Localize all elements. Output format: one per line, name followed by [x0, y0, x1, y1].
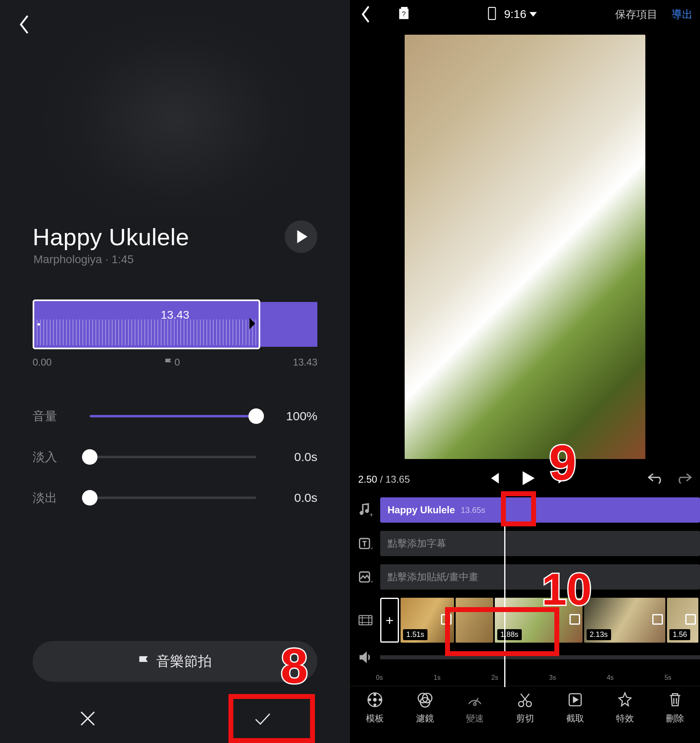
- add-subtitle-hint[interactable]: 點擊添加字幕: [380, 531, 700, 556]
- aspect-ratio-selector[interactable]: 9:16: [504, 8, 537, 21]
- tool-speed[interactable]: 變速: [450, 691, 500, 743]
- video-preview[interactable]: [350, 29, 700, 465]
- clip-thumb[interactable]: 2.13s: [584, 598, 666, 643]
- svg-point-9: [374, 699, 376, 701]
- video-editor-panel: ? 9:16 保存項目 導出 2.50 / 13.65: [350, 0, 700, 743]
- volume-slider[interactable]: 音量 100%: [33, 396, 317, 437]
- play-button[interactable]: [523, 471, 535, 488]
- export-button[interactable]: 導出: [671, 7, 693, 22]
- music-beat-button[interactable]: 音樂節拍: [33, 641, 317, 682]
- speaker-icon: [355, 651, 376, 664]
- fadein-slider[interactable]: 淡入 0.0s: [33, 437, 317, 477]
- svg-text:+: +: [370, 578, 372, 584]
- svg-point-12: [374, 704, 376, 706]
- clip-thumb[interactable]: 1.51s: [401, 598, 454, 643]
- clip-thumb[interactable]: 1.88s: [495, 598, 583, 643]
- confirm-button[interactable]: [175, 694, 350, 743]
- svg-text:+: +: [370, 511, 372, 517]
- tool-capture[interactable]: 截取: [550, 691, 600, 743]
- svg-text:+: +: [370, 544, 372, 550]
- svg-point-13: [369, 699, 371, 701]
- music-edit-panel: Happy Ukulele Marphologiya · 1:45 13.43 …: [0, 0, 350, 743]
- tool-filter[interactable]: 濾鏡: [400, 691, 450, 743]
- add-clip-button[interactable]: +: [380, 598, 399, 643]
- tool-template[interactable]: 模板: [350, 691, 400, 743]
- music-track[interactable]: + Happy Ukulele 13.65s: [350, 495, 700, 525]
- back-button[interactable]: [357, 6, 374, 22]
- clip-icon: [355, 613, 376, 627]
- bottom-toolbar: 模板 濾鏡 變速 剪切 截取 特效 刪除: [350, 686, 700, 743]
- skip-start-button[interactable]: [489, 473, 499, 486]
- music-icon: +: [355, 499, 376, 521]
- expand-icon[interactable]: [685, 614, 696, 625]
- sticker-icon: +: [355, 566, 376, 588]
- svg-rect-1: [488, 7, 495, 20]
- clip-track[interactable]: + 1.51s 1.88s 2.13s 1.56: [350, 596, 700, 645]
- add-sticker-hint[interactable]: 點擊添加貼紙/畫中畫: [380, 564, 700, 590]
- playhead[interactable]: [504, 494, 505, 687]
- editor-header: ? 9:16 保存項目 導出: [350, 0, 700, 29]
- wave-flag-count: 0: [165, 357, 180, 368]
- sticker-track[interactable]: + 點擊添加貼紙/畫中畫: [350, 562, 700, 592]
- clip-thumb[interactable]: [456, 598, 493, 643]
- wave-start-label: 0.00: [33, 357, 52, 368]
- back-button[interactable]: [12, 12, 37, 37]
- tool-effect[interactable]: 特效: [600, 691, 650, 743]
- fadeout-slider[interactable]: 淡出 0.0s: [33, 477, 317, 518]
- expand-icon[interactable]: [441, 614, 452, 625]
- timeline-tracks: + Happy Ukulele 13.65s + 點擊添加字幕 + 點擊添加貼紙…: [350, 494, 700, 687]
- cancel-button[interactable]: [0, 694, 175, 743]
- clip-thumb[interactable]: 1.56: [667, 598, 698, 643]
- time-display: 2.50 / 13.65: [358, 474, 410, 485]
- wave-end-label: 13.43: [293, 357, 317, 368]
- expand-icon[interactable]: [569, 614, 580, 625]
- selection-duration: 13.43: [161, 308, 189, 322]
- skip-end-button[interactable]: [558, 473, 568, 486]
- music-track-duration: 13.65s: [461, 506, 485, 515]
- preview-frame: [405, 35, 645, 459]
- album-art-area: [0, 0, 350, 216]
- waveform-trimmer[interactable]: 13.43 0.00 0 13.43: [33, 302, 317, 368]
- undo-button[interactable]: [648, 472, 664, 487]
- expand-icon[interactable]: [652, 614, 663, 625]
- playbar: 2.50 / 13.65: [350, 465, 700, 494]
- svg-rect-7: [359, 616, 372, 625]
- track-artist: Marphologiya · 1:45: [33, 253, 134, 266]
- svg-point-17: [474, 703, 476, 705]
- music-track-name: Happy Ukulele: [388, 504, 455, 516]
- play-button[interactable]: [285, 220, 317, 253]
- track-title: Happy Ukulele: [33, 223, 189, 251]
- tool-delete[interactable]: 刪除: [650, 691, 700, 743]
- orientation-icon[interactable]: [488, 7, 496, 22]
- time-ruler: 0s 1s 2s 3s 4s 5s: [379, 669, 700, 687]
- svg-text:?: ?: [402, 11, 406, 18]
- svg-point-10: [374, 694, 376, 695]
- save-project-button[interactable]: 保存項目: [615, 7, 658, 22]
- redo-button[interactable]: [676, 472, 692, 487]
- tool-trim[interactable]: 剪切: [500, 691, 550, 743]
- svg-point-11: [379, 699, 381, 701]
- volume-track[interactable]: [350, 647, 700, 668]
- text-icon: +: [355, 533, 376, 554]
- help-icon[interactable]: ?: [398, 7, 410, 22]
- subtitle-track[interactable]: + 點擊添加字幕: [350, 529, 700, 558]
